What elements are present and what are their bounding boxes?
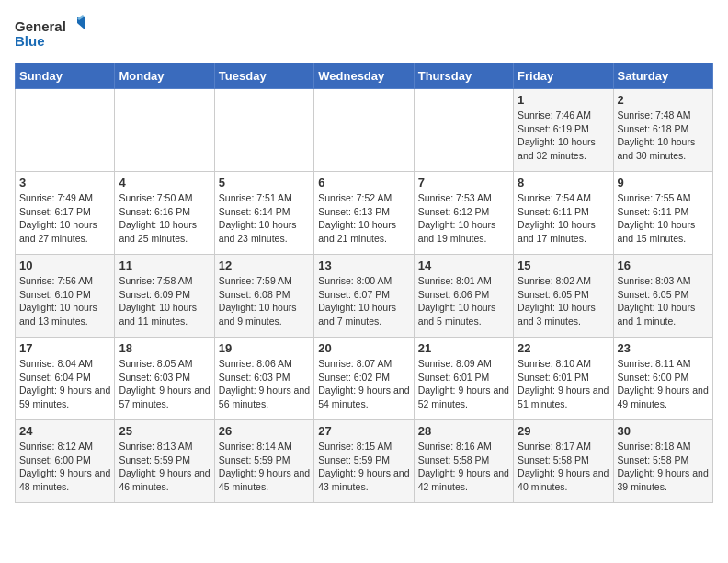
day-number: 28 bbox=[418, 424, 509, 438]
day-info: Sunrise: 8:12 AM Sunset: 6:00 PM Dayligh… bbox=[19, 440, 110, 494]
day-info: Sunrise: 8:03 AM Sunset: 6:05 PM Dayligh… bbox=[618, 274, 709, 328]
day-info: Sunrise: 7:59 AM Sunset: 6:08 PM Dayligh… bbox=[219, 274, 310, 328]
calendar-header-row: SundayMondayTuesdayWednesdayThursdayFrid… bbox=[16, 63, 713, 89]
day-number: 2 bbox=[618, 93, 709, 107]
day-number: 12 bbox=[219, 259, 310, 272]
calendar-cell: 20Sunrise: 8:07 AM Sunset: 6:02 PM Dayli… bbox=[314, 338, 414, 420]
day-info: Sunrise: 8:16 AM Sunset: 5:58 PM Dayligh… bbox=[418, 440, 509, 494]
day-info: Sunrise: 7:52 AM Sunset: 6:13 PM Dayligh… bbox=[318, 191, 409, 246]
calendar-cell: 6Sunrise: 7:52 AM Sunset: 6:13 PM Daylig… bbox=[314, 172, 414, 255]
day-number: 22 bbox=[518, 341, 609, 355]
calendar-cell: 24Sunrise: 8:12 AM Sunset: 6:00 PM Dayli… bbox=[16, 420, 115, 503]
header-sunday: Sunday bbox=[16, 63, 115, 89]
svg-text:Blue: Blue bbox=[15, 33, 45, 49]
day-number: 18 bbox=[119, 341, 210, 355]
calendar-cell: 26Sunrise: 8:14 AM Sunset: 5:59 PM Dayli… bbox=[214, 420, 313, 503]
calendar-cell: 1Sunrise: 7:46 AM Sunset: 6:19 PM Daylig… bbox=[514, 89, 613, 172]
day-number: 4 bbox=[119, 176, 210, 190]
day-number: 14 bbox=[418, 259, 509, 272]
week-row-5: 24Sunrise: 8:12 AM Sunset: 6:00 PM Dayli… bbox=[16, 420, 713, 503]
calendar-cell: 2Sunrise: 7:48 AM Sunset: 6:18 PM Daylig… bbox=[613, 89, 712, 172]
day-number: 9 bbox=[618, 176, 709, 190]
calendar-cell: 5Sunrise: 7:51 AM Sunset: 6:14 PM Daylig… bbox=[214, 172, 313, 255]
header-saturday: Saturday bbox=[613, 63, 712, 89]
calendar-cell: 9Sunrise: 7:55 AM Sunset: 6:11 PM Daylig… bbox=[613, 172, 712, 255]
calendar-cell: 19Sunrise: 8:06 AM Sunset: 6:03 PM Dayli… bbox=[214, 338, 313, 420]
calendar-cell: 15Sunrise: 8:02 AM Sunset: 6:05 PM Dayli… bbox=[514, 255, 613, 338]
day-info: Sunrise: 8:05 AM Sunset: 6:03 PM Dayligh… bbox=[119, 357, 210, 411]
header-thursday: Thursday bbox=[414, 63, 513, 89]
week-row-3: 10Sunrise: 7:56 AM Sunset: 6:10 PM Dayli… bbox=[16, 255, 713, 338]
day-info: Sunrise: 8:06 AM Sunset: 6:03 PM Dayligh… bbox=[219, 357, 310, 411]
day-info: Sunrise: 7:51 AM Sunset: 6:14 PM Dayligh… bbox=[219, 191, 310, 246]
day-info: Sunrise: 8:17 AM Sunset: 5:58 PM Dayligh… bbox=[518, 440, 609, 494]
day-info: Sunrise: 8:14 AM Sunset: 5:59 PM Dayligh… bbox=[219, 440, 310, 494]
page-header: General Blue bbox=[15, 15, 713, 52]
day-info: Sunrise: 8:00 AM Sunset: 6:07 PM Dayligh… bbox=[318, 274, 409, 328]
day-number: 6 bbox=[318, 176, 409, 190]
calendar-cell bbox=[214, 89, 313, 172]
day-number: 13 bbox=[318, 259, 409, 272]
calendar-cell: 11Sunrise: 7:58 AM Sunset: 6:09 PM Dayli… bbox=[115, 255, 214, 338]
day-number: 11 bbox=[119, 259, 210, 272]
day-number: 30 bbox=[618, 424, 709, 438]
week-row-4: 17Sunrise: 8:04 AM Sunset: 6:04 PM Dayli… bbox=[16, 338, 713, 420]
day-info: Sunrise: 7:56 AM Sunset: 6:10 PM Dayligh… bbox=[19, 274, 110, 328]
week-row-1: 1Sunrise: 7:46 AM Sunset: 6:19 PM Daylig… bbox=[16, 89, 713, 172]
day-number: 27 bbox=[318, 424, 409, 438]
day-info: Sunrise: 7:48 AM Sunset: 6:18 PM Dayligh… bbox=[618, 109, 709, 163]
calendar-cell: 22Sunrise: 8:10 AM Sunset: 6:01 PM Dayli… bbox=[514, 338, 613, 420]
day-number: 8 bbox=[518, 176, 609, 190]
logo-icon: General Blue bbox=[15, 15, 88, 52]
calendar-cell: 16Sunrise: 8:03 AM Sunset: 6:05 PM Dayli… bbox=[613, 255, 712, 338]
day-info: Sunrise: 7:49 AM Sunset: 6:17 PM Dayligh… bbox=[19, 191, 110, 246]
day-info: Sunrise: 8:04 AM Sunset: 6:04 PM Dayligh… bbox=[19, 357, 110, 411]
day-info: Sunrise: 8:01 AM Sunset: 6:06 PM Dayligh… bbox=[418, 274, 509, 328]
calendar-cell: 17Sunrise: 8:04 AM Sunset: 6:04 PM Dayli… bbox=[16, 338, 115, 420]
calendar-cell: 12Sunrise: 7:59 AM Sunset: 6:08 PM Dayli… bbox=[214, 255, 313, 338]
calendar-cell bbox=[115, 89, 214, 172]
day-info: Sunrise: 7:58 AM Sunset: 6:09 PM Dayligh… bbox=[119, 274, 210, 328]
header-wednesday: Wednesday bbox=[314, 63, 414, 89]
day-number: 25 bbox=[119, 424, 210, 438]
day-number: 3 bbox=[19, 176, 110, 190]
day-info: Sunrise: 8:18 AM Sunset: 5:58 PM Dayligh… bbox=[618, 440, 709, 494]
calendar-cell: 28Sunrise: 8:16 AM Sunset: 5:58 PM Dayli… bbox=[414, 420, 513, 503]
calendar-cell: 18Sunrise: 8:05 AM Sunset: 6:03 PM Dayli… bbox=[115, 338, 214, 420]
day-number: 19 bbox=[219, 341, 310, 355]
day-info: Sunrise: 8:10 AM Sunset: 6:01 PM Dayligh… bbox=[518, 357, 609, 411]
day-number: 10 bbox=[19, 259, 110, 272]
header-friday: Friday bbox=[514, 63, 613, 89]
calendar-cell: 3Sunrise: 7:49 AM Sunset: 6:17 PM Daylig… bbox=[16, 172, 115, 255]
day-number: 20 bbox=[318, 341, 409, 355]
calendar-cell: 23Sunrise: 8:11 AM Sunset: 6:00 PM Dayli… bbox=[613, 338, 712, 420]
day-number: 16 bbox=[618, 259, 709, 272]
logo: General Blue bbox=[15, 15, 88, 52]
day-number: 15 bbox=[518, 259, 609, 272]
day-info: Sunrise: 7:54 AM Sunset: 6:11 PM Dayligh… bbox=[518, 191, 609, 246]
day-info: Sunrise: 8:07 AM Sunset: 6:02 PM Dayligh… bbox=[318, 357, 409, 411]
calendar-cell bbox=[16, 89, 115, 172]
calendar-cell: 7Sunrise: 7:53 AM Sunset: 6:12 PM Daylig… bbox=[414, 172, 513, 255]
header-tuesday: Tuesday bbox=[214, 63, 313, 89]
day-number: 29 bbox=[518, 424, 609, 438]
day-info: Sunrise: 7:46 AM Sunset: 6:19 PM Dayligh… bbox=[518, 109, 609, 163]
calendar-cell bbox=[414, 89, 513, 172]
calendar-cell: 14Sunrise: 8:01 AM Sunset: 6:06 PM Dayli… bbox=[414, 255, 513, 338]
day-info: Sunrise: 8:15 AM Sunset: 5:59 PM Dayligh… bbox=[318, 440, 409, 494]
day-number: 21 bbox=[418, 341, 509, 355]
day-info: Sunrise: 8:09 AM Sunset: 6:01 PM Dayligh… bbox=[418, 357, 509, 411]
day-info: Sunrise: 7:53 AM Sunset: 6:12 PM Dayligh… bbox=[418, 191, 509, 246]
day-number: 17 bbox=[19, 341, 110, 355]
day-info: Sunrise: 8:02 AM Sunset: 6:05 PM Dayligh… bbox=[518, 274, 609, 328]
day-number: 24 bbox=[19, 424, 110, 438]
calendar-cell: 30Sunrise: 8:18 AM Sunset: 5:58 PM Dayli… bbox=[613, 420, 712, 503]
calendar-cell: 25Sunrise: 8:13 AM Sunset: 5:59 PM Dayli… bbox=[115, 420, 214, 503]
day-info: Sunrise: 7:55 AM Sunset: 6:11 PM Dayligh… bbox=[618, 191, 709, 246]
svg-text:General: General bbox=[15, 18, 66, 34]
calendar-cell: 4Sunrise: 7:50 AM Sunset: 6:16 PM Daylig… bbox=[115, 172, 214, 255]
calendar-table: SundayMondayTuesdayWednesdayThursdayFrid… bbox=[15, 63, 713, 503]
calendar-cell bbox=[314, 89, 414, 172]
header-monday: Monday bbox=[115, 63, 214, 89]
week-row-2: 3Sunrise: 7:49 AM Sunset: 6:17 PM Daylig… bbox=[16, 172, 713, 255]
